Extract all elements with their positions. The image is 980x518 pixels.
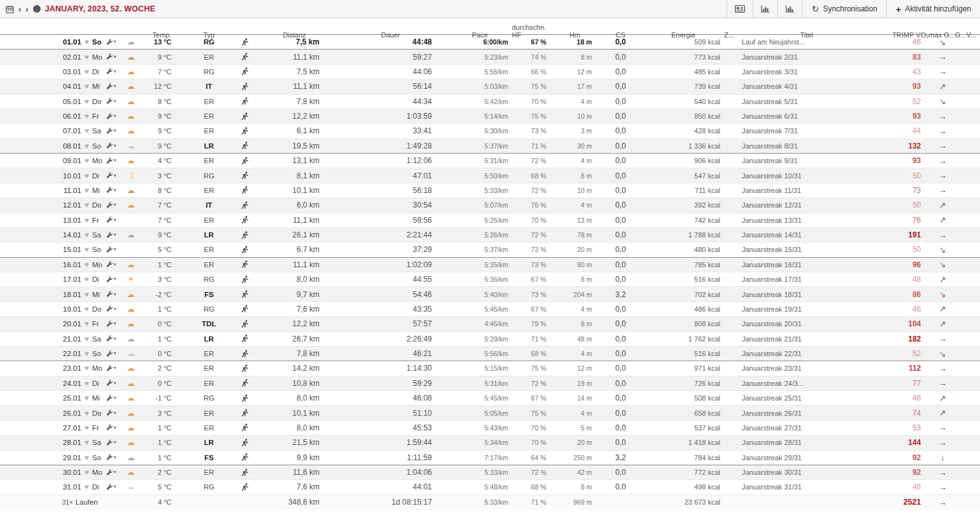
edit-tools-button[interactable]: ▾ xyxy=(106,187,116,194)
activity-row[interactable]: 26.01 ♥ Do ▾ ☁ 3 °C ER 10,1 km 51:10 5:0… xyxy=(0,406,980,420)
activity-row[interactable]: 22.01 ♥ So ▾ ☁ 0 °C ER 7,8 km 46:21 5:56… xyxy=(0,347,980,361)
title-cell[interactable]: Januarstreak 22/31 xyxy=(733,347,880,361)
activity-row[interactable]: 05.01 ♥ Do ▾ ☁ 8 °C ER 7,8 km 44:34 5:42… xyxy=(0,95,980,109)
title-cell[interactable]: Januarstreak 28/31 xyxy=(733,435,880,449)
edit-tools-button[interactable]: ▾ xyxy=(106,232,116,239)
edit-tools-button[interactable]: ▾ xyxy=(106,409,116,416)
activity-row[interactable]: 13.01 ♥ Fr ▾ 7 °C ER 11,1 km 59:56 5:25/… xyxy=(0,213,980,228)
current-week-dot[interactable] xyxy=(33,5,41,13)
edit-tools-button[interactable]: ▾ xyxy=(106,469,116,476)
next-week-button[interactable]: › xyxy=(25,5,28,13)
athlete-card-button[interactable] xyxy=(727,0,753,18)
title-cell[interactable]: Januarstreak 23/31 xyxy=(733,361,880,375)
activity-row[interactable]: 17.01 ♥ Di ▾ ☀ 3 °C RG 8,0 km 44:55 5:36… xyxy=(0,272,980,287)
edit-tools-button[interactable]: ▾ xyxy=(106,454,116,461)
title-cell[interactable]: Januarstreak 8/31 xyxy=(733,139,880,153)
activity-row[interactable]: 03.01 ♥ Di ▾ ☁ 7 °C RG 7,5 km 44:06 5:55… xyxy=(0,65,980,79)
activity-row[interactable]: 23.01 ♥ Mo ▾ ☁ 2 °C ER 14,2 km 1:14:30 5… xyxy=(0,361,980,376)
edit-tools-button[interactable]: ▾ xyxy=(106,113,116,120)
activity-row[interactable]: 25.01 ♥ Mi ▾ ☁ -1 °C RG 8,0 km 46:08 5:4… xyxy=(0,391,980,406)
edit-tools-button[interactable]: ▾ xyxy=(106,276,116,283)
edit-tools-button[interactable]: ▾ xyxy=(106,261,116,268)
edit-tools-button[interactable]: ▾ xyxy=(106,484,116,491)
activity-row[interactable]: 09.01 ♥ Mo ▾ ☁ 4 °C ER 13,1 km 1:12:06 5… xyxy=(0,154,980,168)
edit-tools-button[interactable]: ▾ xyxy=(106,53,116,60)
title-cell[interactable]: Januarstreak 21/31 xyxy=(733,332,880,346)
activity-row[interactable]: 12.01 ♥ Do ▾ ☁ 7 °C IT 6,0 km 30:54 5:07… xyxy=(0,198,980,213)
edit-tools-button[interactable]: ▾ xyxy=(106,68,116,75)
title-cell[interactable]: Januarstreak 19/31 xyxy=(733,302,880,316)
edit-tools-button[interactable]: ▾ xyxy=(106,365,116,372)
edit-tools-button[interactable]: ▾ xyxy=(106,83,116,90)
activity-row[interactable]: 16.01 ♥ Mo ▾ ☁ 1 °C ER 11,1 km 1:02:09 5… xyxy=(0,258,980,272)
activity-row[interactable]: 20.01 ♥ Fr ▾ ☁ 0 °C TDL 12,2 km 57:57 4:… xyxy=(0,317,980,331)
sync-button[interactable]: ↻ Synchronisation xyxy=(802,0,886,18)
activity-row[interactable]: 21.01 ♥ Sa ▾ ☁ 1 °C LR 26,7 km 2:26:49 5… xyxy=(0,332,980,347)
activity-row[interactable]: 24.01 ♥ Di ▾ ☁ 0 °C ER 10,8 km 59:29 5:3… xyxy=(0,376,980,391)
edit-tools-button[interactable]: ▾ xyxy=(106,321,116,328)
activity-row[interactable]: 27.01 ♥ Fr ▾ ☁ 1 °C ER 8,0 km 45:53 5:43… xyxy=(0,421,980,435)
activity-row[interactable]: 14.01 ♥ Sa ▾ ☁ 9 °C LR 26,1 km 2:21:44 5… xyxy=(0,228,980,242)
activity-row[interactable]: 02.01 ♥ Mo ▾ ☁ 9 °C ER 11,1 km 59:27 5:2… xyxy=(0,50,980,64)
edit-tools-button[interactable]: ▾ xyxy=(106,39,116,46)
edit-tools-button[interactable]: ▾ xyxy=(106,142,116,149)
edit-tools-button[interactable]: ▾ xyxy=(106,246,116,253)
activity-row[interactable]: 08.01 ♥ So ▾ ☁ 9 °C LR 19,5 km 1:49:28 5… xyxy=(0,139,980,154)
edit-tools-button[interactable]: ▾ xyxy=(106,380,116,387)
edit-tools-button[interactable]: ▾ xyxy=(106,98,116,105)
statistics-chart-button-2[interactable] xyxy=(777,0,802,18)
title-cell[interactable]: Januarstreak 26/31 xyxy=(733,406,880,420)
title-cell[interactable]: Januarstreak 9/31 xyxy=(733,154,880,168)
edit-tools-button[interactable]: ▾ xyxy=(106,395,116,402)
title-cell[interactable]: Januarstreak 13/31 xyxy=(733,213,880,227)
edit-tools-button[interactable]: ▾ xyxy=(106,216,116,223)
title-cell[interactable]: Januarstreak 17/31 xyxy=(733,272,880,286)
activity-row[interactable]: 19.01 ♥ Do ▾ ☁ 1 °C RG 7,6 km 43:35 5:45… xyxy=(0,302,980,317)
activity-row[interactable]: 28.01 ♥ Sa ▾ ☁ 1 °C LR 21,5 km 1:59:44 5… xyxy=(0,435,980,450)
edit-tools-button[interactable]: ▾ xyxy=(106,157,116,164)
activity-row[interactable]: 15.01 ♥ So ▾ 5 °C ER 6,7 km 37:29 5:37/k… xyxy=(0,242,980,257)
title-cell[interactable]: Januarstreak 18/31 xyxy=(733,287,880,301)
title-cell[interactable]: Januarstreak 4/31 xyxy=(733,79,880,93)
title-cell[interactable]: Januarstreak 14/31 xyxy=(733,228,880,242)
edit-tools-button[interactable]: ▾ xyxy=(106,335,116,342)
edit-tools-button[interactable]: ▾ xyxy=(106,172,116,179)
title-cell[interactable]: Januarstreak 5/31 xyxy=(733,95,880,109)
title-cell[interactable]: Januarstreak 10/31 xyxy=(733,168,880,182)
statistics-chart-button-1[interactable] xyxy=(753,0,777,18)
calendar-icon[interactable] xyxy=(6,5,14,13)
edit-tools-button[interactable]: ▾ xyxy=(106,291,116,298)
title-cell[interactable]: Januarstreak 11/31 xyxy=(733,183,880,197)
title-cell[interactable]: Januarstreak 3/31 xyxy=(733,65,880,79)
edit-tools-button[interactable]: ▾ xyxy=(106,424,116,431)
activity-row[interactable]: 30.01 ♥ Mo ▾ ☁ 2 °C ER 11,6 km 1:04:06 5… xyxy=(0,465,980,480)
title-cell[interactable]: Januarstreak 12/31 xyxy=(733,198,880,212)
title-cell[interactable]: Lauf am Neujahrst... xyxy=(733,35,880,49)
title-cell[interactable]: Januarstreak 20/31 xyxy=(733,317,880,331)
activity-row[interactable]: 06.01 ♥ Fr ▾ ☁ 9 °C ER 12,2 km 1:03:59 5… xyxy=(0,109,980,124)
title-cell[interactable]: Januarstreak 6/31 xyxy=(733,109,880,123)
activity-row[interactable]: 07.01 ♥ Sa ▾ ☁ 9 °C ER 6,1 km 33:41 5:30… xyxy=(0,124,980,138)
add-activity-button[interactable]: + Aktivität hinzufügen xyxy=(886,0,980,18)
title-cell[interactable]: Januarstreak 7/31 xyxy=(733,124,880,138)
activity-row[interactable]: 01.01 ♥ So ▾ ☁ 13 °C RG 7,5 km 44:48 6:0… xyxy=(0,35,980,50)
title-cell[interactable]: Januarstreak 30/31 xyxy=(733,465,880,479)
edit-tools-button[interactable]: ▾ xyxy=(106,202,116,209)
title-cell[interactable]: Januarstreak 25/31 xyxy=(733,391,880,405)
activity-row[interactable]: 11.01 ♥ Mi ▾ ☁ 8 °C ER 10,1 km 56:18 5:3… xyxy=(0,183,980,198)
edit-tools-button[interactable]: ▾ xyxy=(106,350,116,357)
activity-row[interactable]: 10.01 ♥ Di ▾ ☽ 3 °C RG 8,1 km 47:01 5:50… xyxy=(0,168,980,183)
title-cell[interactable]: Januarstreak 24/3... xyxy=(733,376,880,390)
title-cell[interactable]: Januarstreak 27/31 xyxy=(733,421,880,435)
title-cell[interactable]: Januarstreak 16/31 xyxy=(733,258,880,272)
activity-row[interactable]: 29.01 ♥ So ▾ ☁ 1 °C FS 9,9 km 1:11:59 7:… xyxy=(0,451,980,465)
title-cell[interactable]: Januarstreak 31/31 xyxy=(733,480,880,494)
title-cell[interactable]: Januarstreak 2/31 xyxy=(733,50,880,63)
edit-tools-button[interactable]: ▾ xyxy=(106,439,116,446)
activity-row[interactable]: 18.01 ♥ Mi ▾ ☁ -2 °C FS 9,7 km 54:46 5:4… xyxy=(0,287,980,302)
edit-tools-button[interactable]: ▾ xyxy=(106,128,116,135)
prev-week-button[interactable]: ‹ xyxy=(18,5,21,13)
activity-row[interactable]: 31.01 ♥ Di ▾ ▬ 5 °C RG 7,6 km 44:01 5:48… xyxy=(0,480,980,495)
edit-tools-button[interactable]: ▾ xyxy=(106,305,116,312)
title-cell[interactable]: Januarstreak 15/31 xyxy=(733,242,880,256)
